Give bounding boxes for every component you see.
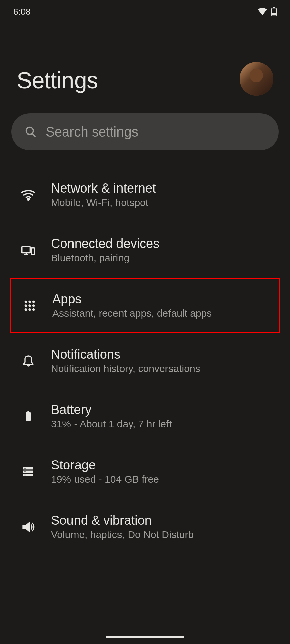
svg-rect-2	[272, 13, 276, 16]
bell-icon	[20, 353, 36, 369]
item-title: Apps	[52, 292, 272, 306]
svg-point-16	[25, 308, 27, 311]
settings-item-storage[interactable]: Storage 19% used - 104 GB free	[0, 444, 290, 499]
settings-item-network[interactable]: Network & internet Mobile, Wi-Fi, hotspo…	[0, 167, 290, 222]
battery-icon	[20, 408, 36, 424]
item-subtitle: Bluetooth, pairing	[51, 252, 273, 264]
svg-point-3	[26, 127, 33, 135]
search-container: Search settings	[11, 113, 279, 150]
item-title: Connected devices	[51, 236, 273, 251]
status-bar: 6:08	[0, 0, 290, 23]
search-bar[interactable]: Search settings	[11, 113, 279, 150]
item-title: Sound & vibration	[51, 513, 273, 528]
search-placeholder: Search settings	[46, 124, 138, 140]
status-icons	[258, 7, 277, 16]
svg-point-17	[28, 308, 31, 311]
apps-icon	[21, 298, 38, 314]
svg-line-4	[33, 134, 36, 137]
svg-rect-20	[27, 411, 29, 412]
item-subtitle: Volume, haptics, Do Not Disturb	[51, 529, 273, 540]
svg-point-26	[24, 474, 25, 475]
svg-rect-9	[31, 248, 34, 254]
svg-point-24	[24, 468, 25, 469]
devices-icon	[20, 242, 36, 258]
item-title: Storage	[51, 458, 273, 472]
wifi-icon	[258, 8, 267, 15]
item-title: Notifications	[51, 347, 273, 362]
settings-item-connected-devices[interactable]: Connected devices Bluetooth, pairing	[0, 222, 290, 278]
svg-point-5	[27, 198, 29, 200]
item-subtitle: Mobile, Wi-Fi, hotspot	[51, 197, 273, 208]
svg-rect-19	[26, 412, 31, 421]
svg-point-11	[28, 300, 31, 303]
svg-point-14	[28, 304, 31, 307]
avatar[interactable]	[240, 62, 273, 96]
item-subtitle: 31% - About 1 day, 7 hr left	[51, 418, 273, 430]
svg-point-12	[32, 300, 35, 303]
storage-icon	[20, 464, 36, 480]
header: Settings	[0, 23, 290, 103]
svg-rect-6	[22, 247, 30, 253]
wifi-icon	[20, 187, 36, 203]
settings-item-notifications[interactable]: Notifications Notification history, conv…	[0, 333, 290, 388]
item-title: Battery	[51, 402, 273, 417]
battery-icon	[271, 7, 277, 16]
status-time: 6:08	[13, 7, 31, 17]
settings-item-battery[interactable]: Battery 31% - About 1 day, 7 hr left	[0, 388, 290, 444]
search-icon	[25, 126, 36, 138]
settings-list: Network & internet Mobile, Wi-Fi, hotspo…	[0, 167, 290, 554]
item-title: Network & internet	[51, 181, 273, 196]
settings-item-apps[interactable]: Apps Assistant, recent apps, default app…	[10, 278, 280, 333]
item-subtitle: Assistant, recent apps, default apps	[52, 308, 272, 319]
svg-point-13	[25, 304, 27, 307]
svg-point-15	[32, 304, 35, 307]
svg-rect-1	[273, 7, 275, 8]
navigation-handle[interactable]	[106, 636, 184, 638]
svg-point-18	[32, 308, 35, 311]
item-subtitle: 19% used - 104 GB free	[51, 474, 273, 485]
svg-point-10	[25, 300, 27, 303]
item-subtitle: Notification history, conversations	[51, 363, 273, 374]
svg-point-25	[24, 471, 25, 472]
volume-icon	[20, 519, 36, 535]
settings-item-sound[interactable]: Sound & vibration Volume, haptics, Do No…	[0, 499, 290, 554]
page-title: Settings	[17, 67, 273, 93]
